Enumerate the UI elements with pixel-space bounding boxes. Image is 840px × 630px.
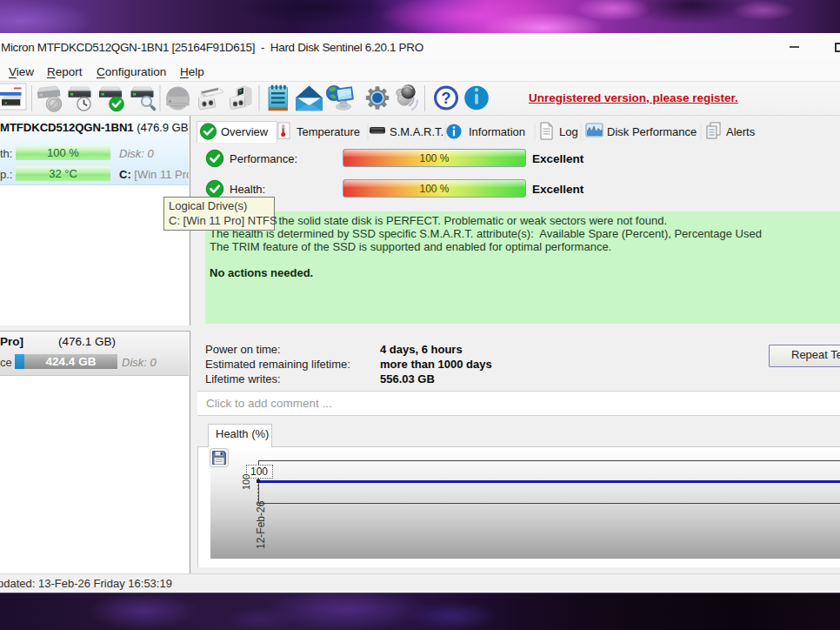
svg-text:?: ?	[442, 90, 451, 107]
